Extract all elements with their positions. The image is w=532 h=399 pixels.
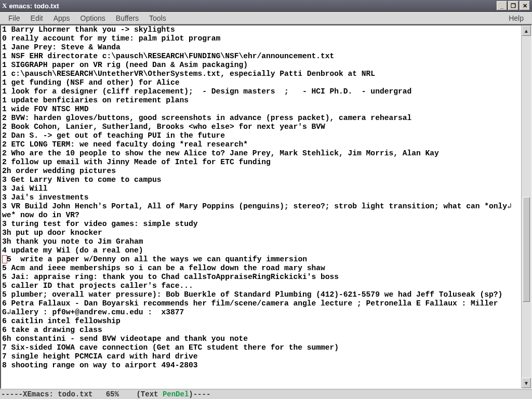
text-cursor [2, 255, 7, 263]
window-controls: _ ❐ ✕ [497, 1, 530, 10]
buffer-line[interactable]: 0 really account for my time: palm pilot… [2, 34, 520, 43]
window-title: emacs: todo.txt [9, 2, 59, 10]
menu-apps[interactable]: Apps [48, 13, 75, 23]
app-system-icon[interactable]: X [2, 2, 7, 10]
modeline-mode-close: )---- [189, 390, 210, 398]
buffer-line[interactable]: 2 Dan S. -> get out of teaching PUI in t… [2, 131, 520, 140]
buffer-line[interactable]: 2h order wedding pictures [2, 167, 520, 176]
scroll-down-icon[interactable]: ▼ [522, 378, 531, 388]
buffer-line[interactable]: 3h put up door knocker [2, 229, 520, 237]
buffer-line[interactable]: 6 take a drawing class [2, 326, 520, 335]
buffer-line[interactable]: 2 BVW: harden gloves/buttons, good scree… [2, 114, 520, 123]
buffer-line[interactable]: 5 plumber; overall water pressure): Bob … [2, 290, 520, 299]
vertical-scrollbar[interactable]: ▲ ▼ [521, 25, 531, 388]
buffer-line[interactable]: 1 c:\pausch\RESEARCH\UntetherVR\OtherSys… [2, 70, 520, 78]
modeline: -----XEmacs: todo.txt 65% (Text PenDel)-… [0, 389, 532, 399]
buffer-line[interactable]: 1 update benficiaries on retirement plan… [2, 96, 520, 105]
buffer-line[interactable]: 8 shooting range on way to airport 494-2… [2, 361, 520, 370]
menubar: File Edit Apps Options Buffers Tools Hel… [0, 12, 532, 24]
modeline-prefix: -----XEmacs: [1, 390, 58, 398]
buffer-line[interactable]: 1 Barry Lhormer thank you -> skylights [2, 25, 520, 34]
editor-frame: 1 Barry Lhormer thank you -> skylights0 … [0, 24, 532, 389]
buffer-line[interactable]: 2 Who are the 10 people to show the new … [2, 149, 520, 158]
buffer-line[interactable]: 3h thank you note to Jim Graham [2, 237, 520, 246]
minimize-button[interactable]: _ [497, 1, 507, 10]
buffer-line[interactable]: 2 Book Cohon, Lanier, Sutherland, Brooks… [2, 123, 520, 131]
menu-file[interactable]: File [3, 13, 25, 23]
menu-buffers[interactable]: Buffers [111, 13, 144, 23]
modeline-percent: 65% [92, 390, 118, 398]
buffer-line[interactable]: 1 SIGGRAPH paper on VR rig (need Dan & A… [2, 61, 520, 70]
close-button[interactable]: ✕ [520, 1, 530, 10]
buffer-line[interactable]: 5 write a paper w/Denny on all the ways … [2, 255, 520, 264]
modeline-minor-mode: PenDel [163, 390, 189, 398]
buffer-line[interactable]: 6 Petra Fallaux - Dan Boyarski recommend… [2, 299, 520, 317]
menu-edit[interactable]: Edit [25, 13, 48, 23]
text-buffer[interactable]: 1 Barry Lhormer thank you -> skylights0 … [1, 25, 521, 388]
modeline-buffer-name: todo.txt [58, 390, 92, 398]
buffer-line[interactable]: 2 ETC LONG TERM: we need faculty doing *… [2, 140, 520, 149]
line-wrap-icon: ↲ [507, 202, 512, 210]
buffer-line[interactable]: 1 Jane Prey: Steve & Wanda [2, 43, 520, 52]
buffer-line[interactable]: 6 caitlin intel fellowship [2, 317, 520, 326]
line-wrap-icon: ↲ [7, 308, 11, 316]
buffer-line[interactable]: 5 caller ID that projects caller's face.… [2, 282, 520, 290]
buffer-line[interactable]: 3 turing test for video games: simple st… [2, 220, 520, 229]
buffer-line[interactable]: 3 Jai's investments [2, 193, 520, 202]
buffer-line[interactable]: 7 Six-sided IOWA cave connection (Get an… [2, 343, 520, 352]
maximize-button[interactable]: ❐ [508, 1, 518, 10]
buffer-line[interactable]: 1 NSF EHR directorate c:\pausch\RESEARCH… [2, 52, 520, 61]
buffer-line[interactable]: 7 single height PCMCIA card with hard dr… [2, 352, 520, 361]
titlebar[interactable]: X emacs: todo.txt _ ❐ ✕ [0, 0, 532, 12]
buffer-line[interactable]: 1 look for a designer (cliff replacement… [2, 87, 520, 96]
app-window: X emacs: todo.txt _ ❐ ✕ File Edit Apps O… [0, 0, 532, 399]
buffer-line[interactable]: 6h constantini - send BVW videotape and … [2, 335, 520, 343]
buffer-line[interactable]: 3 Get Larry Niven to come to campus [2, 176, 520, 184]
buffer-line[interactable]: 5 Jai: appraise ring: thank you to Chad … [2, 273, 520, 282]
buffer-line[interactable]: 4 update my Wil (do a real one) [2, 246, 520, 255]
scroll-up-icon[interactable]: ▲ [522, 25, 531, 36]
buffer-line[interactable]: 2 follow up email with Jinny Meade of In… [2, 158, 520, 167]
buffer-line[interactable]: 1 get funding (NSF and other) for Alice [2, 78, 520, 87]
buffer-line[interactable]: 3 VR Build John Hench's Portal, All of M… [2, 202, 520, 220]
modeline-mode-open: (Text [119, 390, 163, 398]
scroll-thumb[interactable] [523, 197, 530, 302]
menu-options[interactable]: Options [75, 13, 111, 23]
buffer-line[interactable]: 5 Acm and ieee memberships so i can be a… [2, 264, 520, 273]
buffer-line[interactable]: 1 wide FOV NTSC HMD [2, 105, 520, 114]
buffer-line[interactable]: 3 Jai Will [2, 184, 520, 193]
menu-tools[interactable]: Tools [144, 13, 171, 23]
menu-help[interactable]: Help [503, 13, 529, 23]
